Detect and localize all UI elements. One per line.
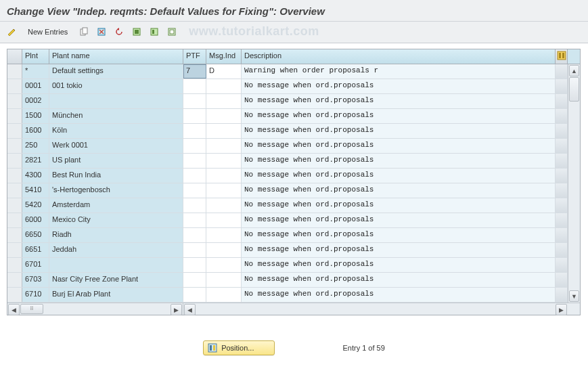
cell-ptf[interactable]: 7 bbox=[183, 64, 206, 79]
row-selector[interactable] bbox=[7, 64, 22, 79]
row-selector[interactable] bbox=[7, 228, 22, 242]
copy-icon[interactable] bbox=[76, 25, 91, 39]
scroll-track[interactable] bbox=[568, 77, 580, 290]
table-row[interactable]: 6000Mexico CityNo message when ord.propo… bbox=[7, 213, 580, 228]
col-select-all[interactable] bbox=[7, 49, 22, 64]
horizontal-scrollbar[interactable]: ◀ ⠿ ▶ ◀ ▶ bbox=[7, 303, 580, 315]
cell-ptf[interactable] bbox=[183, 243, 206, 257]
content-area: Plnt Plant name PTF Msg.Ind Description … bbox=[0, 43, 588, 321]
position-button[interactable]: Position... bbox=[203, 340, 275, 355]
col-msg-ind[interactable]: Msg.Ind bbox=[206, 49, 242, 64]
col-ptf[interactable]: PTF bbox=[183, 49, 206, 64]
row-selector[interactable] bbox=[7, 258, 22, 272]
scroll-thumb[interactable] bbox=[569, 77, 579, 102]
row-selector[interactable] bbox=[7, 243, 22, 257]
vertical-scrollbar[interactable]: ▲ ▼ bbox=[568, 64, 580, 303]
row-selector[interactable] bbox=[7, 169, 22, 183]
col-plant-name[interactable]: Plant name bbox=[49, 49, 183, 64]
row-end bbox=[556, 79, 568, 93]
cell-ptf[interactable] bbox=[183, 94, 206, 108]
table-row[interactable]: 6651JeddahNo message when ord.proposals bbox=[7, 243, 580, 258]
cell-msg-ind[interactable] bbox=[206, 124, 242, 138]
row-selector[interactable] bbox=[7, 154, 22, 168]
select-all-icon[interactable] bbox=[129, 25, 144, 39]
undo-icon[interactable] bbox=[112, 25, 127, 39]
row-selector[interactable] bbox=[7, 288, 22, 302]
cell-ptf[interactable] bbox=[183, 169, 206, 183]
cell-ptf[interactable] bbox=[183, 124, 206, 138]
cell-plant-name: Mexico City bbox=[49, 213, 183, 227]
cell-ptf[interactable] bbox=[183, 273, 206, 287]
cell-msg-ind[interactable] bbox=[206, 183, 242, 198]
table-row[interactable]: 0001001 tokioNo message when ord.proposa… bbox=[7, 79, 580, 94]
table-row[interactable]: 5420AmsterdamNo message when ord.proposa… bbox=[7, 198, 580, 213]
cell-msg-ind[interactable] bbox=[206, 243, 242, 257]
cell-msg-ind[interactable] bbox=[206, 109, 242, 123]
cell-msg-ind[interactable] bbox=[206, 288, 242, 302]
cell-ptf[interactable] bbox=[183, 288, 206, 302]
cell-msg-ind[interactable] bbox=[206, 273, 242, 287]
row-selector[interactable] bbox=[7, 124, 22, 138]
configure-columns-icon[interactable] bbox=[556, 49, 568, 64]
cell-msg-ind[interactable] bbox=[206, 213, 242, 227]
row-selector[interactable] bbox=[7, 213, 22, 227]
cell-ptf[interactable] bbox=[183, 109, 206, 123]
cell-plant-name: Köln bbox=[49, 124, 183, 138]
cell-msg-ind[interactable] bbox=[206, 198, 242, 213]
row-selector[interactable] bbox=[7, 183, 22, 198]
hscroll-left-1-icon[interactable]: ◀ bbox=[8, 304, 20, 315]
row-selector[interactable] bbox=[7, 273, 22, 287]
table-row[interactable]: 6703Nasr City Free Zone PlantNo message … bbox=[7, 273, 580, 288]
table-row[interactable]: 6701No message when ord.proposals bbox=[7, 258, 580, 273]
cell-msg-ind[interactable] bbox=[206, 94, 242, 108]
cell-msg-ind[interactable] bbox=[206, 139, 242, 153]
table-row[interactable]: 250Werk 0001No message when ord.proposal… bbox=[7, 139, 580, 154]
cell-plant-name bbox=[49, 94, 183, 108]
deselect-all-icon[interactable] bbox=[164, 25, 179, 39]
page-title: Change View "Indep. reqmts: Default Valu… bbox=[7, 5, 581, 17]
cell-msg-ind[interactable] bbox=[206, 258, 242, 272]
row-selector[interactable] bbox=[7, 139, 22, 153]
cell-ptf[interactable] bbox=[183, 228, 206, 242]
table-row[interactable]: 2821US plantNo message when ord.proposal… bbox=[7, 154, 580, 169]
cell-msg-ind[interactable] bbox=[206, 228, 242, 242]
cell-ptf[interactable] bbox=[183, 79, 206, 93]
toggle-display-icon[interactable] bbox=[4, 25, 19, 39]
hscroll-right-1-icon[interactable]: ▶ bbox=[171, 304, 182, 315]
cell-msg-ind[interactable]: D bbox=[206, 64, 242, 79]
cell-msg-ind[interactable] bbox=[206, 169, 242, 183]
cell-ptf[interactable] bbox=[183, 154, 206, 168]
cell-msg-ind[interactable] bbox=[206, 154, 242, 168]
row-selector[interactable] bbox=[7, 109, 22, 123]
cell-description: No message when ord.proposals bbox=[242, 228, 556, 242]
cell-ptf[interactable] bbox=[183, 258, 206, 272]
cell-plnt: 2821 bbox=[22, 154, 49, 168]
table-row[interactable]: 4300Best Run IndiaNo message when ord.pr… bbox=[7, 169, 580, 183]
row-end bbox=[556, 183, 568, 198]
cell-ptf[interactable] bbox=[183, 183, 206, 198]
scroll-down-icon[interactable]: ▼ bbox=[569, 290, 579, 302]
scroll-up-icon[interactable]: ▲ bbox=[569, 65, 579, 76]
table-row[interactable]: *Default settings7DWarning when order pr… bbox=[7, 64, 580, 79]
hscroll-left-2-icon[interactable]: ◀ bbox=[184, 304, 196, 315]
select-block-icon[interactable] bbox=[147, 25, 162, 39]
col-plnt[interactable]: Plnt bbox=[22, 49, 49, 64]
delete-icon[interactable] bbox=[94, 25, 109, 39]
table-row[interactable]: 0002No message when ord.proposals bbox=[7, 94, 580, 109]
col-description[interactable]: Description bbox=[242, 49, 556, 64]
table-row[interactable]: 1500MünchenNo message when ord.proposals bbox=[7, 109, 580, 124]
cell-description: No message when ord.proposals bbox=[242, 198, 556, 213]
row-selector[interactable] bbox=[7, 94, 22, 108]
cell-ptf[interactable] bbox=[183, 139, 206, 153]
cell-ptf[interactable] bbox=[183, 213, 206, 227]
table-row[interactable]: 5410's-HertogenboschNo message when ord.… bbox=[7, 183, 580, 198]
row-selector[interactable] bbox=[7, 79, 22, 93]
cell-ptf[interactable] bbox=[183, 198, 206, 213]
row-selector[interactable] bbox=[7, 198, 22, 213]
table-row[interactable]: 6710Burj El Arab PlantNo message when or… bbox=[7, 288, 580, 303]
table-row[interactable]: 1600KölnNo message when ord.proposals bbox=[7, 124, 580, 139]
new-entries-button[interactable]: New Entries bbox=[22, 25, 74, 39]
hscroll-right-2-icon[interactable]: ▶ bbox=[556, 304, 567, 315]
table-row[interactable]: 6650RiadhNo message when ord.proposals bbox=[7, 228, 580, 243]
cell-msg-ind[interactable] bbox=[206, 79, 242, 93]
